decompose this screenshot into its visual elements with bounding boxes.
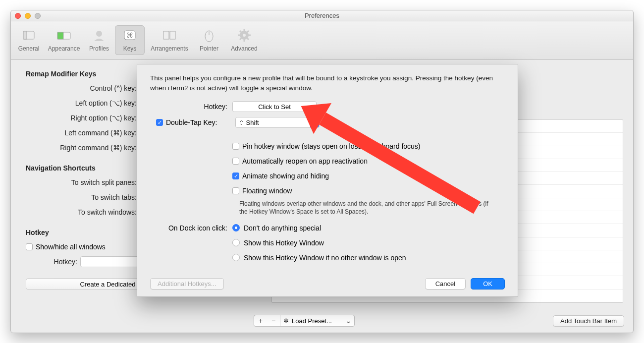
chevron-down-icon: ⌄ <box>346 317 351 325</box>
tab-profiles[interactable]: Profiles <box>84 25 114 55</box>
dock-option-1-radio[interactable] <box>232 239 240 246</box>
titlebar: Preferences <box>11 10 633 21</box>
keys-icon: ⌘ <box>122 27 138 43</box>
double-tap-value: ⇧ Shift <box>239 119 259 126</box>
svg-line-18 <box>247 38 249 40</box>
pin-hotkey-label: Pin hotkey window (stays open on loss of… <box>242 142 421 150</box>
tab-advanced[interactable]: Advanced <box>225 25 264 55</box>
dock-click-label: On Dock icon click: <box>150 224 232 232</box>
sheet-intro-text: This panel helps you configure a new pro… <box>150 73 505 93</box>
svg-rect-3 <box>57 32 63 39</box>
remap-left-command-label: Left command (⌘) key: <box>26 129 140 137</box>
animate-checkbox[interactable] <box>232 172 239 179</box>
hotkey-field-label: Hotkey: <box>26 258 80 266</box>
tab-label: Profiles <box>89 45 109 52</box>
floating-window-label: Floating window <box>242 187 292 195</box>
general-icon <box>21 27 37 43</box>
double-tap-key-select[interactable]: ⇧ Shift <box>235 117 320 128</box>
dock-option-0-label: Don't do anything special <box>244 224 321 232</box>
tab-general[interactable]: General <box>14 25 44 55</box>
add-touch-bar-item-button[interactable]: Add Touch Bar Item <box>553 315 624 327</box>
cancel-button[interactable]: Cancel <box>425 278 466 289</box>
remap-right-option-label: Right option (⌥) key: <box>26 114 140 122</box>
pin-hotkey-checkbox[interactable] <box>232 143 239 150</box>
bottom-bar: + − ✲ Load Preset... ⌄ Add Touch Bar Ite… <box>20 315 624 327</box>
svg-line-20 <box>247 31 249 32</box>
ok-button[interactable]: OK <box>471 278 505 289</box>
double-tap-label: Double-Tap Key: <box>166 118 235 126</box>
svg-rect-7 <box>163 31 169 39</box>
load-preset-label: Load Preset... <box>292 317 332 325</box>
floating-window-checkbox[interactable] <box>232 187 239 194</box>
tab-label: Arrangements <box>151 45 188 52</box>
nav-split-panes-label: To switch split panes: <box>26 178 140 186</box>
gear-icon: ✲ <box>283 317 289 325</box>
load-preset-dropdown[interactable]: ✲ Load Preset... ⌄ <box>280 315 354 326</box>
add-mapping-button[interactable]: + <box>254 315 267 326</box>
window-title: Preferences <box>11 12 633 19</box>
additional-hotkeys-button[interactable]: Additional Hotkeys... <box>150 278 224 289</box>
hotkey-click-to-set[interactable]: Click to Set <box>232 101 317 112</box>
preferences-toolbar: General Appearance Profiles ⌘ Keys Arran… <box>11 21 633 60</box>
sheet-footer: Additional Hotkeys... Cancel OK <box>150 278 505 289</box>
showhide-label: Show/hide all windows <box>36 243 106 251</box>
remap-control-label: Control (^) key: <box>26 84 140 92</box>
tab-arrangements[interactable]: Arrangements <box>146 25 193 55</box>
remap-right-command-label: Right command (⌘) key: <box>26 144 140 152</box>
dock-option-0-radio[interactable] <box>232 224 240 231</box>
hotkey-label: Hotkey: <box>150 103 232 111</box>
svg-point-12 <box>243 34 246 37</box>
dock-option-2-radio[interactable] <box>232 254 240 261</box>
auto-reopen-checkbox[interactable] <box>232 158 239 165</box>
profiles-icon <box>91 27 107 43</box>
nav-windows-label: To switch windows: <box>26 208 140 216</box>
dock-option-1-label: Show this Hotkey Window <box>244 239 324 247</box>
animate-label: Animate showing and hiding <box>242 172 329 180</box>
advanced-icon <box>236 27 252 43</box>
svg-line-17 <box>240 31 241 32</box>
tab-label: Advanced <box>231 45 257 52</box>
floating-help-text: Floating windows overlap other windows a… <box>239 200 497 216</box>
svg-rect-1 <box>23 31 27 39</box>
svg-point-4 <box>96 31 102 37</box>
auto-reopen-label: Automatically reopen on app reactivation <box>242 157 368 165</box>
svg-text:⌘: ⌘ <box>126 31 133 39</box>
svg-line-19 <box>240 38 241 40</box>
svg-rect-8 <box>170 31 175 39</box>
dock-option-2-label: Show this Hotkey Window if no other wind… <box>244 254 406 262</box>
remove-mapping-button[interactable]: − <box>267 315 280 326</box>
tab-appearance[interactable]: Appearance <box>45 25 83 55</box>
chevron-updown-icon <box>310 117 319 127</box>
tab-label: Pointer <box>200 45 218 52</box>
tab-label: Keys <box>123 45 137 52</box>
pointer-icon <box>201 27 217 43</box>
preferences-window: Preferences General Appearance Profiles … <box>10 10 634 333</box>
hotkey-config-sheet: This panel helps you configure a new pro… <box>137 64 518 297</box>
tab-label: General <box>18 45 40 52</box>
showhide-checkbox[interactable] <box>26 243 33 250</box>
tab-keys[interactable]: ⌘ Keys <box>115 25 145 55</box>
remap-left-option-label: Left option (⌥) key: <box>26 99 140 107</box>
nav-tabs-label: To switch tabs: <box>26 193 140 201</box>
appearance-icon <box>56 27 72 43</box>
double-tap-checkbox[interactable] <box>156 119 163 126</box>
arrangements-icon <box>161 27 177 43</box>
list-controls: + − ✲ Load Preset... ⌄ <box>254 315 355 327</box>
tab-label: Appearance <box>48 45 80 52</box>
tab-pointer[interactable]: Pointer <box>194 25 224 55</box>
